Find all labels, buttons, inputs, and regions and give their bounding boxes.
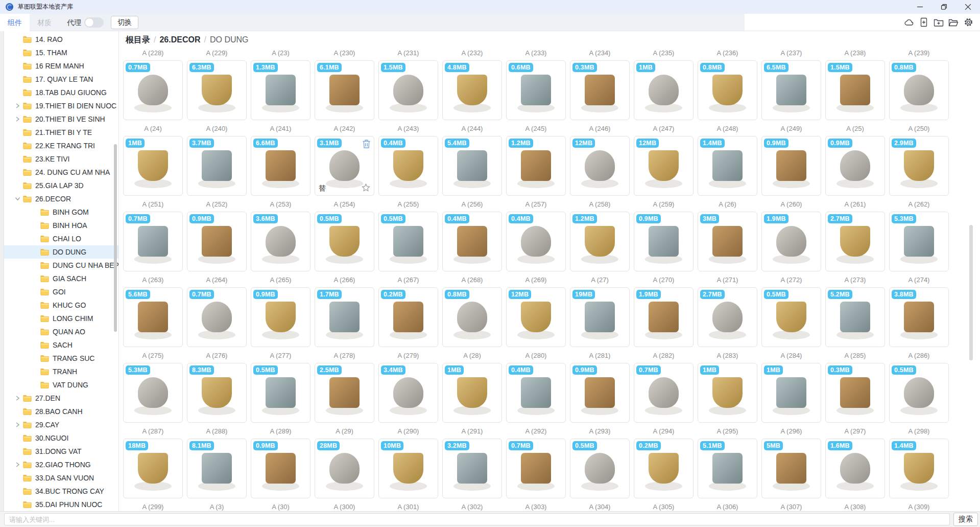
asset-thumbnail[interactable]: 5.1MB	[698, 439, 757, 498]
minimize-button[interactable]	[908, 0, 932, 14]
replace-tag[interactable]: 替	[319, 184, 326, 193]
asset-thumbnail[interactable]: 1.4MB	[889, 439, 949, 498]
asset-thumbnail[interactable]: 1.6MB	[825, 439, 885, 498]
sidebar-item-23-ke-tivi[interactable]: 23.KE TIVI	[0, 152, 118, 166]
sidebar-item-33-da-san-vuon[interactable]: 33.DA SAN VUON	[0, 471, 118, 485]
asset-thumbnail[interactable]: 1MB	[634, 60, 694, 120]
asset-thumbnail[interactable]: 2.7MB	[698, 287, 757, 347]
asset-thumbnail[interactable]: 0.9MB	[187, 212, 247, 271]
asset-thumbnail[interactable]: 3.4MB	[378, 363, 438, 423]
asset-thumbnail[interactable]: 0.7MB	[506, 439, 566, 498]
asset-thumbnail[interactable]: 6.3MB	[187, 60, 247, 120]
restore-button[interactable]	[932, 0, 956, 14]
sidebar-item-28-bao-canh[interactable]: 28.BAO CANH	[0, 405, 118, 418]
sidebar-item-goi[interactable]: GOI	[0, 285, 118, 299]
asset-thumbnail[interactable]: 1.5MB	[378, 60, 438, 120]
sidebar-item-30-nguoi[interactable]: 30.NGUOI	[0, 431, 118, 445]
sidebar-item-15-tham[interactable]: 15. THAM	[0, 46, 118, 59]
sidebar-item-16-rem-manh[interactable]: 16 REM MANH	[0, 59, 118, 73]
sidebar-item-long-chim[interactable]: LONG CHIM	[0, 312, 118, 325]
asset-thumbnail[interactable]: 0.7MB	[634, 363, 694, 423]
asset-thumbnail[interactable]: 5MB	[761, 439, 821, 498]
asset-thumbnail[interactable]: 0.4MB	[378, 136, 438, 196]
sidebar-item-14-rao[interactable]: 14. RAO	[0, 33, 118, 46]
tab-materials[interactable]: 材质	[30, 14, 59, 31]
sidebar-item-24-dung-cu-am-nha[interactable]: 24. DUNG CU AM NHA	[0, 166, 118, 179]
asset-thumbnail[interactable]: 0.8MB	[698, 60, 757, 120]
asset-thumbnail[interactable]: 0.8MB	[889, 60, 949, 120]
asset-thumbnail[interactable]: 3.7MB	[187, 136, 247, 196]
sidebar-item-27-den[interactable]: 27.DEN	[0, 392, 118, 405]
asset-thumbnail[interactable]: 12MB	[570, 136, 630, 196]
asset-thumbnail[interactable]: 1.2MB	[570, 212, 630, 271]
sidebar-item-binh-gom[interactable]: BINH GOM	[0, 205, 118, 219]
asset-thumbnail[interactable]: 18MB	[123, 439, 183, 498]
search-input[interactable]	[4, 513, 950, 525]
chevron-right-icon[interactable]	[15, 461, 23, 468]
asset-thumbnail[interactable]: 1.7MB	[315, 287, 374, 347]
sidebar-item-gia-sach[interactable]: GIA SACH	[0, 272, 118, 285]
asset-thumbnail[interactable]: 0.9MB	[634, 212, 694, 271]
asset-thumbnail[interactable]: 0.7MB	[123, 212, 183, 271]
asset-thumbnail[interactable]: 0.2MB	[378, 287, 438, 347]
delete-trash-icon[interactable]	[362, 139, 371, 151]
sidebar-item-21-thiet-bi-y-te[interactable]: 21.THIET BI Y TE	[0, 126, 118, 139]
asset-thumbnail[interactable]: 2.7MB	[825, 212, 885, 271]
asset-thumbnail[interactable]: 1.3MB	[251, 60, 310, 120]
asset-thumbnail[interactable]: 1.5MB	[825, 60, 885, 120]
asset-thumbnail[interactable]: 1.9MB	[634, 287, 694, 347]
sidebar-item-29-cay[interactable]: 29.CAY	[0, 418, 118, 431]
sidebar-scrollbar-thumb[interactable]	[114, 144, 117, 332]
asset-thumbnail[interactable]: 0.5MB	[378, 212, 438, 271]
asset-thumbnail[interactable]: 1MB	[123, 136, 183, 196]
sidebar-item-18-tab-dau-giuong[interactable]: 18.TAB DAU GIUONG	[0, 86, 118, 99]
tab-components[interactable]: 组件	[0, 14, 30, 31]
chevron-right-icon[interactable]	[15, 421, 23, 428]
asset-thumbnail[interactable]: 0.9MB	[251, 439, 310, 498]
asset-thumbnail[interactable]: 0.6MB	[506, 60, 566, 120]
asset-thumbnail[interactable]: 0.5MB	[889, 363, 949, 423]
asset-thumbnail[interactable]: 12MB	[634, 136, 694, 196]
asset-thumbnail[interactable]: 6.1MB	[315, 60, 374, 120]
asset-thumbnail[interactable]: 0.9MB	[825, 136, 885, 196]
asset-thumbnail[interactable]: 8.3MB	[187, 363, 247, 423]
asset-thumbnail[interactable]: 0.9MB	[761, 136, 821, 196]
sidebar-item-binh-hoa[interactable]: BINH HOA	[0, 219, 118, 232]
asset-thumbnail[interactable]: 1MB	[698, 363, 757, 423]
sidebar-item-32-giao-thong[interactable]: 32.GIAO THONG	[0, 458, 118, 471]
proxy-toggle[interactable]	[84, 17, 104, 28]
sidebar-item-vat-dung[interactable]: VAT DUNG	[0, 378, 118, 392]
sidebar-item-26-decor[interactable]: 26.DECOR	[0, 192, 118, 205]
asset-thumbnail[interactable]: 5.3MB	[889, 212, 949, 271]
sidebar-item-25-gia-lap-3d[interactable]: 25.GIA LAP 3D	[0, 179, 118, 192]
chevron-down-icon[interactable]	[15, 195, 23, 202]
asset-thumbnail[interactable]: 0.3MB	[570, 60, 630, 120]
sidebar-item-35-dai-phun-nuoc[interactable]: 35.DAI PHUN NUOC	[0, 498, 118, 511]
chevron-right-icon[interactable]	[15, 116, 23, 123]
asset-thumbnail[interactable]: 1MB	[442, 363, 502, 423]
asset-thumbnail[interactable]: 0.5MB	[761, 287, 821, 347]
asset-thumbnail[interactable]: 6.6MB	[251, 136, 310, 196]
asset-thumbnail[interactable]: 2.5MB	[315, 363, 374, 423]
asset-thumbnail[interactable]: 3.8MB	[889, 287, 949, 347]
asset-thumbnail[interactable]: 28MB	[315, 439, 374, 498]
asset-thumbnail[interactable]: 0.4MB	[506, 363, 566, 423]
sidebar-item-20-thiet-bi-ve-sinh[interactable]: 20.THIET BI VE SINH	[0, 112, 118, 126]
asset-thumbnail[interactable]: 0.4MB	[506, 212, 566, 271]
asset-thumbnail[interactable]: 8.1MB	[187, 439, 247, 498]
sidebar-item-chai-lo[interactable]: CHAI LO	[0, 232, 118, 245]
asset-thumbnail[interactable]: 3.1MB替	[315, 136, 374, 196]
asset-thumbnail[interactable]: 10MB	[378, 439, 438, 498]
sidebar-item-dung-cu-nha-bep[interactable]: DUNG CU NHA BEP	[0, 259, 118, 272]
sidebar-item-17-quay-le-tan[interactable]: 17. QUAY LE TAN	[0, 73, 118, 86]
asset-thumbnail[interactable]: 5.3MB	[123, 363, 183, 423]
sidebar-item-trang-suc[interactable]: TRANG SUC	[0, 352, 118, 365]
asset-thumbnail[interactable]: 0.5MB	[251, 363, 310, 423]
asset-thumbnail[interactable]: 0.7MB	[123, 60, 183, 120]
sidebar-item-do-dung[interactable]: DO DUNG	[0, 245, 118, 259]
sidebar-item-tranh[interactable]: TRANH	[0, 365, 118, 378]
asset-thumbnail[interactable]: 12MB	[506, 287, 566, 347]
asset-thumbnail[interactable]: 0.4MB	[442, 212, 502, 271]
asset-thumbnail[interactable]: 0.9MB	[251, 287, 310, 347]
asset-thumbnail[interactable]: 1.9MB	[761, 212, 821, 271]
